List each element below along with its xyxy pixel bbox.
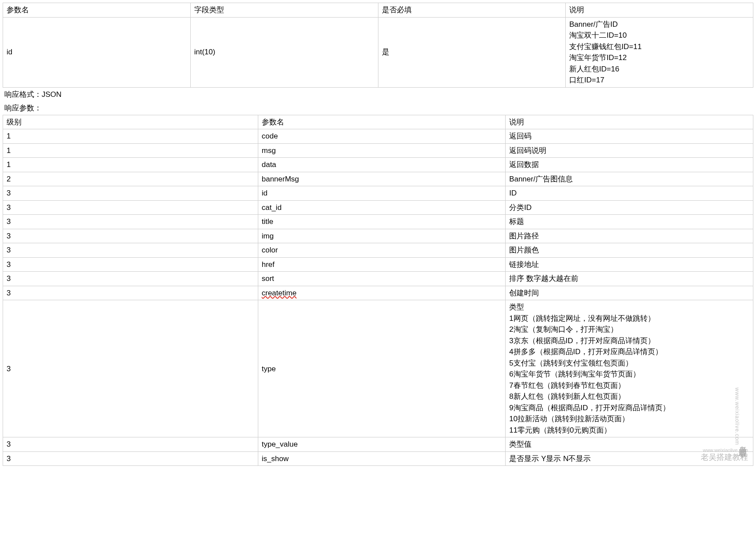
cell-param: sort — [258, 272, 506, 286]
cell-desc: 返回码 — [506, 129, 753, 144]
cell-desc: 类型值 — [506, 437, 753, 452]
cell-desc: 分类ID — [506, 200, 753, 215]
cell-param: type_value — [258, 437, 506, 452]
header-description: 说明 — [506, 115, 753, 129]
table-row: 3type类型 1网页（跳转指定网址，没有网址不做跳转） 2淘宝（复制淘口令，打… — [3, 300, 753, 437]
table-header-row: 参数名 字段类型 是否必填 说明 — [3, 3, 753, 18]
cell-level: 3 — [3, 215, 258, 229]
cell-desc: 排序 数字越大越在前 — [506, 272, 753, 286]
cell-param: is_show — [258, 451, 506, 466]
cell-level: 3 — [3, 200, 258, 215]
cell-desc: ID — [506, 186, 753, 201]
cell-type: int(10) — [190, 17, 378, 87]
cell-level: 3 — [3, 257, 258, 272]
cell-param: title — [258, 215, 506, 229]
table-header-row: 级别 参数名 说明 — [3, 115, 753, 129]
cell-param: href — [258, 257, 506, 272]
cell-level: 1 — [3, 158, 258, 172]
table-row: 3type_value类型值 — [3, 437, 753, 452]
cell-required: 是 — [378, 17, 566, 87]
cell-level: 3 — [3, 272, 258, 286]
cell-desc: 返回码说明 — [506, 143, 753, 158]
table-row: 3href链接地址 — [3, 257, 753, 272]
cell-param: img — [258, 229, 506, 243]
cell-param: id — [3, 17, 191, 87]
cell-param: msg — [258, 143, 506, 158]
cell-param: type — [258, 300, 506, 437]
cell-desc: 类型 1网页（跳转指定网址，没有网址不做跳转） 2淘宝（复制淘口令，打开淘宝） … — [506, 300, 753, 437]
header-level: 级别 — [3, 115, 258, 129]
table-row: id int(10) 是 Banner/广告ID 淘宝双十二ID=10 支付宝赚… — [3, 17, 753, 87]
table-row: 3sort排序 数字越大越在前 — [3, 272, 753, 286]
header-field-type: 字段类型 — [190, 3, 378, 18]
cell-desc: 是否显示 Y显示 N不显示 — [506, 451, 753, 466]
table-row: 3color图片颜色 — [3, 243, 753, 258]
cell-param: id — [258, 186, 506, 201]
cell-desc: Banner/广告ID 淘宝双十二ID=10 支付宝赚钱红包ID=11 淘宝年货… — [566, 17, 753, 87]
cell-level: 1 — [3, 143, 258, 158]
header-param-name: 参数名 — [258, 115, 506, 129]
response-params-label: 响应参数： — [3, 101, 753, 115]
cell-param: color — [258, 243, 506, 258]
cell-level: 3 — [3, 229, 258, 243]
cell-desc: 图片颜色 — [506, 243, 753, 258]
cell-desc: 标题 — [506, 215, 753, 229]
table-row: 1data返回数据 — [3, 158, 753, 172]
table-row: 1msg返回码说明 — [3, 143, 753, 158]
cell-desc: Banner/广告图信息 — [506, 172, 753, 186]
cell-param: bannerMsg — [258, 172, 506, 186]
table-row: 2bannerMsgBanner/广告图信息 — [3, 172, 753, 186]
cell-desc: 返回数据 — [506, 158, 753, 172]
cell-level: 3 — [3, 437, 258, 452]
cell-level: 3 — [3, 451, 258, 466]
cell-desc: 创建时间 — [506, 286, 753, 300]
cell-param: code — [258, 129, 506, 144]
cell-desc: 图片路径 — [506, 229, 753, 243]
table-row: 3cat_id分类ID — [3, 200, 753, 215]
response-format-label: 响应格式：JSON — [3, 88, 753, 101]
header-required: 是否必填 — [378, 3, 566, 18]
request-params-table: 参数名 字段类型 是否必填 说明 id int(10) 是 Banner/广告I… — [3, 3, 753, 88]
cell-param: cat_id — [258, 200, 506, 215]
header-param-name: 参数名 — [3, 3, 191, 18]
cell-desc: 链接地址 — [506, 257, 753, 272]
cell-level: 3 — [3, 286, 258, 300]
cell-level: 1 — [3, 129, 258, 144]
cell-param: createtime — [258, 286, 506, 300]
table-row: 3title标题 — [3, 215, 753, 229]
table-row: 1code返回码 — [3, 129, 753, 144]
table-row: 3is_show是否显示 Y显示 N不显示 — [3, 451, 753, 466]
table-row: 3idID — [3, 186, 753, 201]
cell-level: 3 — [3, 300, 258, 437]
cell-level: 3 — [3, 243, 258, 258]
cell-param: data — [258, 158, 506, 172]
response-params-table: 级别 参数名 说明 1code返回码1msg返回码说明1data返回数据2ban… — [3, 115, 753, 466]
table-row: 3img图片路径 — [3, 229, 753, 243]
cell-level: 2 — [3, 172, 258, 186]
header-description: 说明 — [566, 3, 753, 18]
table-row: 3createtime创建时间 — [3, 286, 753, 300]
cell-level: 3 — [3, 186, 258, 201]
